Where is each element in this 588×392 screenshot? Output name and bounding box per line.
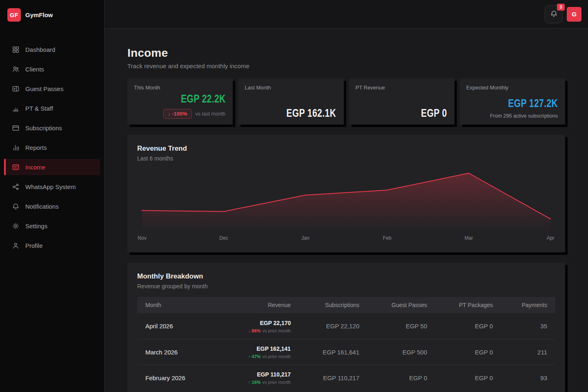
revenue-change: ↑ 16% — [248, 380, 261, 385]
sidebar-item-guest-passes[interactable]: Guest Passes — [4, 80, 100, 97]
sun-icon — [11, 222, 20, 230]
sidebar-item-label: Income — [25, 164, 45, 171]
chart-subtitle: Last 6 months — [137, 155, 555, 162]
stat-value: EGP 127.2K — [466, 98, 558, 109]
cell-pt-packages: EGP 0 — [435, 374, 501, 381]
stat-value: EGP 162.1K — [245, 108, 336, 119]
stat-card-last-month: Last Month EGP 162.1K — [238, 78, 343, 125]
column-header-subscriptions: Subscriptions — [299, 302, 368, 308]
column-header-payments: Payments — [501, 302, 555, 308]
page-subtitle: Track revenue and expected monthly incom… — [127, 62, 565, 69]
sidebar-item-label: Notifications — [25, 203, 59, 210]
sidebar-item-label: Dashboard — [25, 46, 55, 53]
cell-subscriptions: EGP 161,641 — [299, 349, 368, 356]
share-nodes-icon — [11, 183, 20, 191]
cell-payments: 93 — [501, 374, 555, 381]
column-chart-icon — [11, 104, 20, 112]
guest-pass-card-icon — [11, 85, 20, 93]
table-row: February 2026EGP 110,217 ↑ 16%vs prior m… — [137, 365, 555, 390]
cell-guest-passes: EGP 500 — [368, 349, 435, 356]
cell-revenue: EGP 110,217 ↑ 16%vs prior month — [225, 371, 299, 385]
cell-guest-passes: EGP 50 — [368, 323, 435, 330]
revenue-change-note: vs prior month — [262, 328, 291, 333]
monthly-breakdown-card: Monthly Breakdown Revenue grouped by mon… — [127, 263, 565, 392]
x-axis-label: Jan — [301, 235, 309, 241]
sidebar-item-clients[interactable]: Clients — [4, 61, 100, 77]
x-axis-label: Dec — [219, 235, 228, 241]
x-axis-label: Apr — [547, 235, 555, 241]
income-card-chart-icon — [11, 163, 20, 171]
dashboard-grid-icon — [11, 45, 20, 53]
sidebar-item-pt-staff[interactable]: PT & Staff — [4, 100, 100, 116]
sidebar-item-profile[interactable]: Profile — [4, 237, 100, 254]
brand-name: GymFlow — [25, 11, 53, 18]
sidebar-item-dashboard[interactable]: Dashboard — [4, 41, 100, 58]
stat-label: PT Revenue — [356, 85, 447, 91]
column-header-guest-passes: Guest Passes — [368, 302, 435, 308]
revenue-change-note: vs prior month — [262, 380, 291, 385]
stat-note: From 295 active subscriptions — [466, 113, 558, 119]
sidebar-nav: DashboardClientsGuest PassesPT & StaffSu… — [0, 41, 104, 254]
stat-cards-row: This Month EGP 22.2K ↓ -100% vs last mon… — [127, 78, 565, 125]
cell-guest-passes: EGP 0 — [368, 374, 435, 381]
x-axis-label: Nov — [138, 235, 146, 241]
sidebar-item-settings[interactable]: Settings — [4, 218, 100, 234]
monthly-breakdown-table: MonthRevenueSubscriptionsGuest PassesPT … — [137, 297, 555, 390]
cell-subscriptions: EGP 110,217 — [299, 374, 368, 381]
page-title: Income — [127, 47, 565, 60]
sidebar-item-whatsapp[interactable]: WhatsApp System — [4, 178, 100, 195]
sidebar-item-label: Settings — [25, 223, 47, 229]
sidebar: GF GymFlow DashboardClientsGuest PassesP… — [0, 0, 105, 392]
sidebar-item-notifications[interactable]: Notifications — [4, 198, 100, 214]
stat-value: EGP 22.2K — [134, 94, 225, 105]
notifications-button[interactable]: 3 — [545, 5, 563, 23]
user-avatar[interactable]: G — [567, 7, 581, 22]
cell-payments: 211 — [501, 349, 555, 356]
users-icon — [11, 65, 20, 73]
sidebar-item-label: Reports — [25, 144, 47, 151]
sidebar-item-label: PT & Staff — [25, 105, 53, 112]
revenue-change-note: vs prior month — [262, 354, 291, 359]
change-badge: ↓ -100% — [163, 109, 192, 119]
sidebar-item-reports[interactable]: Reports — [4, 139, 100, 156]
stat-card-expected-monthly: Expected Monthly EGP 127.2K From 295 act… — [460, 78, 565, 125]
content: Income Track revenue and expected monthl… — [105, 29, 588, 392]
cell-revenue: EGP 162,141 ↑ 47%vs prior month — [225, 345, 299, 359]
revenue-change: ↓ 86% — [248, 328, 261, 333]
chart-x-axis: NovDecJanFebMarApr — [137, 235, 555, 243]
cell-month: February 2026 — [137, 374, 225, 381]
chart-title: Revenue Trend — [137, 145, 555, 153]
cell-payments: 35 — [501, 323, 555, 330]
credit-card-icon — [11, 124, 20, 132]
table-body: April 2026EGP 22,170 ↓ 86%vs prior month… — [137, 313, 555, 390]
stat-label: Last Month — [245, 85, 336, 91]
stat-card-this-month: This Month EGP 22.2K ↓ -100% vs last mon… — [127, 78, 233, 125]
cell-pt-packages: EGP 0 — [435, 349, 501, 356]
revenue-trend-line-chart — [137, 167, 555, 233]
cell-month: March 2026 — [137, 349, 225, 356]
brand: GF GymFlow — [0, 0, 104, 30]
table-subtitle: Revenue grouped by month — [137, 283, 555, 290]
cell-pt-packages: EGP 0 — [435, 323, 501, 330]
sidebar-item-income[interactable]: Income — [4, 159, 100, 175]
bar-chart-icon — [11, 143, 20, 151]
revenue-change: ↑ 47% — [248, 354, 261, 359]
change-note: vs last month — [196, 111, 226, 117]
cell-month: April 2026 — [137, 323, 225, 330]
column-header-month: Month — [137, 302, 225, 308]
revenue-trend-card: Revenue Trend Last 6 months NovDecJanFeb… — [127, 135, 565, 252]
x-axis-label: Feb — [383, 235, 392, 241]
stat-label: Expected Monthly — [466, 85, 558, 91]
sidebar-item-label: Guest Passes — [25, 85, 63, 92]
user-icon — [11, 241, 20, 249]
stat-label: This Month — [134, 85, 225, 91]
stat-value: EGP 0 — [356, 108, 447, 119]
x-axis-label: Mar — [465, 235, 473, 241]
bell-icon — [550, 10, 558, 19]
sidebar-item-subscriptions[interactable]: Subscriptions — [4, 120, 100, 136]
table-row: March 2026EGP 162,141 ↑ 47%vs prior mont… — [137, 339, 555, 365]
sidebar-item-label: Subscriptions — [25, 125, 62, 131]
column-header-pt-packages: PT Packages — [435, 302, 501, 308]
topbar: 3 G — [105, 0, 588, 29]
table-header-row: MonthRevenueSubscriptionsGuest PassesPT … — [137, 297, 555, 313]
